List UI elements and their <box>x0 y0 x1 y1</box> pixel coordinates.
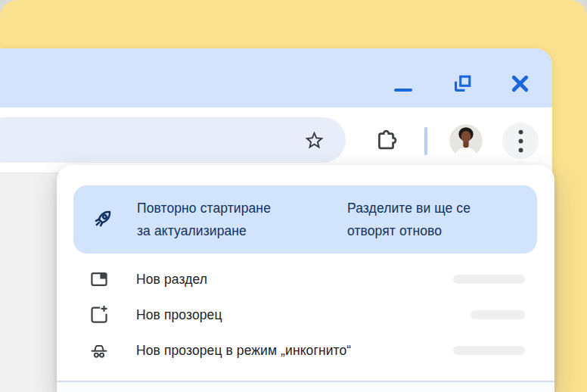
menu-item-label: Нов прозорец в режим „инкогнито“ <box>136 333 351 369</box>
extensions-button[interactable] <box>371 125 401 155</box>
yellow-backdrop: Повторно стартиране за актуализиране Раз… <box>0 0 587 392</box>
restart-to-update-banner[interactable]: Повторно стартиране за актуализиране Раз… <box>73 185 537 254</box>
new-tab-icon <box>89 269 110 290</box>
extensions-puzzle-icon <box>374 128 399 153</box>
more-vert-icon <box>517 129 525 154</box>
menu-next-section <box>57 382 554 392</box>
browser-toolbar <box>0 107 552 173</box>
profile-avatar[interactable] <box>449 124 483 157</box>
shortcut-placeholder <box>453 346 525 355</box>
menu-item-label: Нов прозорец <box>136 297 222 333</box>
minimize-icon <box>394 89 412 92</box>
rocket-launch-icon <box>89 206 116 233</box>
address-bar[interactable] <box>0 117 346 163</box>
minimize-button[interactable] <box>387 67 420 100</box>
menu-item-label: Нов раздел <box>136 262 207 297</box>
window-titlebar <box>0 48 552 107</box>
menu-item-new-window[interactable]: Нов прозорец <box>57 297 554 333</box>
menu-item-new-incognito-window[interactable]: Нов прозорец в режим „инкогнито“ <box>57 333 554 369</box>
restore-icon <box>452 73 474 95</box>
shortcut-placeholder <box>453 275 525 284</box>
restore-button[interactable] <box>446 67 479 100</box>
incognito-icon <box>89 340 110 361</box>
new-window-icon <box>89 304 110 325</box>
menu-item-new-tab[interactable]: Нов раздел <box>57 262 554 297</box>
close-button[interactable] <box>503 67 536 100</box>
browser-app-menu: Повторно стартиране за актуализиране Раз… <box>57 165 554 392</box>
close-icon <box>509 73 531 95</box>
promo-canvas: Повторно стартиране за актуализиране Раз… <box>0 0 587 392</box>
more-menu-button[interactable] <box>502 123 539 159</box>
avatar-image <box>449 124 483 157</box>
toolbar-divider <box>424 127 427 155</box>
bookmark-button[interactable] <box>300 126 328 154</box>
shortcut-placeholder <box>471 310 525 319</box>
banner-primary-text: Повторно стартиране за актуализиране <box>137 197 271 242</box>
banner-secondary-text: Разделите ви ще се отворят отново <box>347 197 471 242</box>
bookmark-star-icon <box>303 129 325 151</box>
